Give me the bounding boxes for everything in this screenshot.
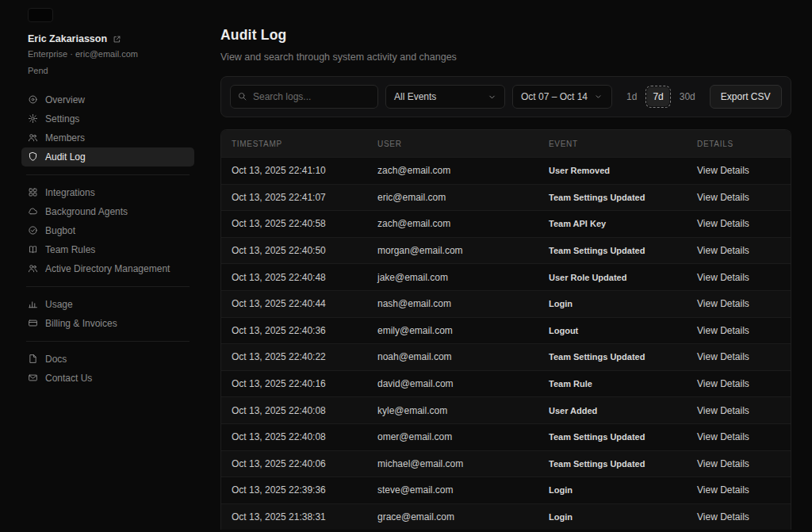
audit-log-toolbar: All Events Oct 07 – Oct 14 1d7d30d Expor… (220, 76, 791, 117)
details-cell: View Details (687, 431, 791, 442)
chevron-down-icon (487, 93, 497, 101)
details-cell: View Details (687, 458, 791, 469)
table-row: Oct 13, 2025 22:40:08kyle@email.comUser … (221, 396, 791, 423)
sidebar-item-integrations[interactable]: Integrations (21, 183, 194, 202)
view-details-link[interactable]: View Details (697, 405, 749, 416)
sidebar-item-background-agents[interactable]: Background Agents (21, 202, 194, 221)
sidebar-item-bugbot[interactable]: Bugbot (21, 221, 194, 240)
sidebar-item-settings[interactable]: Settings (21, 109, 194, 128)
timestamp-cell: Oct 13, 2025 22:40:58 (221, 218, 367, 229)
event-filter-select[interactable]: All Events (385, 85, 505, 109)
user-cell: grace@email.com (367, 511, 538, 522)
view-details-link[interactable]: View Details (697, 298, 749, 309)
table-row: Oct 13, 2025 22:40:50morgan@email.comTea… (221, 237, 791, 264)
sidebar-item-team-rules[interactable]: Team Rules (21, 240, 194, 259)
search-input[interactable] (230, 85, 378, 109)
table-row: Oct 13, 2025 22:41:07eric@email.comTeam … (221, 184, 791, 211)
timestamp-cell: Oct 13, 2025 22:40:36 (221, 325, 367, 336)
sidebar-item-label: Settings (45, 113, 79, 124)
event-cell: Logout (538, 326, 687, 335)
event-cell: Login (538, 299, 687, 308)
integrations-icon (28, 187, 38, 197)
workspace-user-block: Eric Zakariasson Enterprise · eric@email… (21, 33, 194, 78)
view-details-link[interactable]: View Details (697, 245, 749, 256)
timestamp-cell: Oct 13, 2025 22:40:48 (221, 272, 367, 283)
details-cell: View Details (687, 325, 791, 336)
view-details-link[interactable]: View Details (697, 484, 749, 496)
sidebar-item-overview[interactable]: Overview (21, 90, 194, 109)
sidebar-item-docs[interactable]: Docs (21, 350, 194, 369)
table-row: Oct 13, 2025 22:40:16david@email.comTeam… (221, 370, 791, 397)
external-link-icon[interactable] (112, 35, 122, 44)
sidebar-divider (26, 341, 190, 342)
table-body: Oct 13, 2025 22:41:10zach@email.comUser … (221, 157, 791, 530)
timestamp-cell: Oct 13, 2025 22:41:10 (221, 165, 367, 176)
sidebar-item-members[interactable]: Members (21, 128, 194, 147)
view-details-link[interactable]: View Details (697, 218, 749, 229)
user-plan-email: Enterprise · eric@email.com (28, 48, 194, 61)
date-range-picker[interactable]: Oct 07 – Oct 14 (512, 85, 612, 109)
user-name: Eric Zakariasson (28, 33, 107, 44)
date-range-value: Oct 07 – Oct 14 (521, 91, 588, 102)
sidebar-item-usage[interactable]: Usage (21, 295, 194, 314)
sidebar-item-audit-log[interactable]: Audit Log (21, 147, 194, 166)
view-details-link[interactable]: View Details (697, 378, 749, 389)
docs-icon (28, 354, 38, 364)
sidebar-item-contact-us[interactable]: Contact Us (21, 369, 194, 388)
export-csv-button[interactable]: Export CSV (710, 85, 782, 109)
column-header-timestamp: TIMESTAMP (221, 140, 367, 148)
details-cell: View Details (687, 511, 791, 522)
timestamp-cell: Oct 13, 2025 22:40:08 (221, 431, 367, 442)
details-cell: View Details (687, 405, 791, 416)
sidebar-item-label: Active Directory Management (45, 263, 170, 274)
audit-log-icon (28, 151, 38, 162)
search-icon (237, 91, 247, 101)
sidebar-nav: OverviewSettingsMembersAudit LogIntegrat… (21, 90, 194, 388)
range-button-group: 1d7d30d (622, 87, 699, 106)
page-title: Audit Log (220, 27, 791, 44)
audit-log-table: TIMESTAMPUSEREVENTDETAILS Oct 13, 2025 2… (220, 129, 791, 530)
user-meta-extra: Pend (28, 65, 194, 78)
table-header-row: TIMESTAMPUSEREVENTDETAILS (221, 130, 791, 157)
event-cell: Team Settings Updated (538, 246, 687, 255)
sidebar-divider (26, 286, 190, 287)
view-details-link[interactable]: View Details (697, 165, 749, 176)
range-button-30d[interactable]: 30d (676, 87, 699, 106)
event-cell: User Role Updated (538, 273, 687, 282)
details-cell: View Details (687, 378, 791, 389)
sidebar-divider (26, 174, 190, 175)
table-row: Oct 13, 2025 22:40:08omer@email.comTeam … (221, 423, 791, 450)
view-details-link[interactable]: View Details (697, 458, 749, 469)
user-cell: david@email.com (367, 378, 538, 389)
timestamp-cell: Oct 13, 2025 22:41:07 (221, 192, 367, 203)
background-agents-icon (28, 206, 38, 216)
sidebar-item-active-directory-management[interactable]: Active Directory Management (21, 259, 194, 278)
timestamp-cell: Oct 13, 2025 22:40:06 (221, 458, 367, 469)
sidebar-item-billing-invoices[interactable]: Billing & Invoices (21, 314, 194, 333)
event-cell: Team API Key (538, 219, 687, 228)
view-details-link[interactable]: View Details (697, 511, 749, 522)
view-details-link[interactable]: View Details (697, 431, 749, 442)
sidebar-item-label: Usage (45, 299, 73, 310)
details-cell: View Details (687, 351, 791, 362)
team-rules-icon (28, 244, 38, 255)
view-details-link[interactable]: View Details (697, 272, 749, 283)
sidebar-item-label: Team Rules (45, 244, 95, 255)
user-cell: zach@email.com (367, 218, 538, 229)
contact-icon (28, 373, 38, 383)
view-details-link[interactable]: View Details (697, 192, 749, 203)
view-details-link[interactable]: View Details (697, 325, 749, 336)
range-button-1d[interactable]: 1d (622, 87, 641, 106)
search-field-wrap (230, 85, 378, 109)
user-cell: jake@email.com (367, 272, 538, 283)
details-cell: View Details (687, 484, 791, 496)
event-cell: Team Settings Updated (538, 352, 687, 362)
details-cell: View Details (687, 165, 791, 176)
usage-icon (28, 299, 38, 309)
sidebar-item-label: Billing & Invoices (45, 318, 117, 329)
range-button-7d[interactable]: 7d (647, 87, 668, 106)
main-content: Audit Log View and search through system… (210, 0, 812, 532)
view-details-link[interactable]: View Details (697, 351, 749, 362)
event-cell: Login (538, 485, 687, 495)
details-cell: View Details (687, 192, 791, 203)
